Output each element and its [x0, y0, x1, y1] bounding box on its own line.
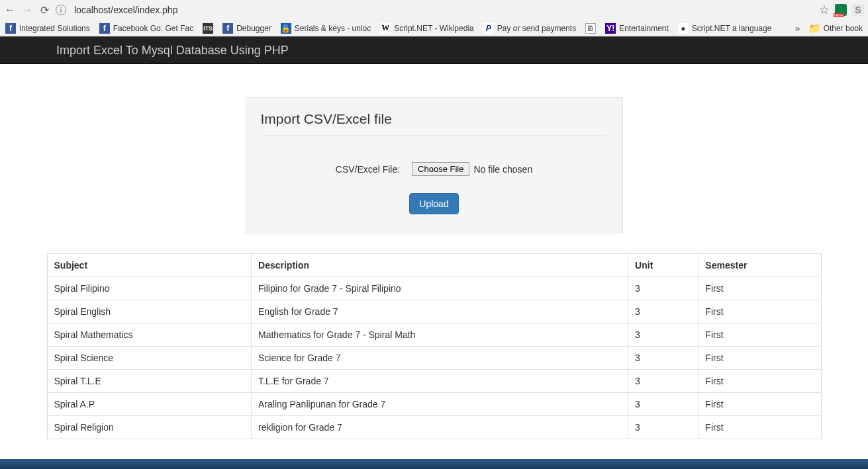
import-panel: Import CSV/Excel file CSV/Excel File: Ch…	[246, 97, 623, 234]
bookmark-favicon: ●	[678, 23, 689, 34]
bookmark-favicon: f	[5, 23, 16, 34]
forward-icon: →	[21, 4, 33, 16]
table-header: Subject	[47, 254, 252, 277]
table-cell: First	[699, 416, 821, 439]
file-row: CSV/Excel File: Choose File No file chos…	[261, 162, 608, 176]
table-row: Spiral FilipinoFilipino for Grade 7 - Sp…	[47, 277, 821, 300]
table-row: Spiral T.L.ET.L.E for Grade 73First	[47, 370, 821, 393]
bookmark-favicon: W	[380, 23, 391, 34]
table-cell: Science for Grade 7	[252, 347, 628, 370]
bookmark-item[interactable]: 🔒Serials & keys - unloc	[281, 23, 371, 34]
table-cell: First	[699, 300, 821, 323]
main-content: Import CSV/Excel file CSV/Excel File: Ch…	[0, 64, 868, 439]
file-input-wrap: Choose File No file chosen	[412, 162, 532, 176]
browser-chrome: ← → ⟳ i localhost/excel/index.php ☆ S fI…	[0, 0, 868, 36]
data-table: SubjectDescriptionUnitSemester Spiral Fi…	[47, 253, 822, 439]
table-cell: Spiral Mathematics	[47, 323, 252, 347]
data-table-wrap: SubjectDescriptionUnitSemester Spiral Fi…	[47, 253, 822, 439]
folder-icon: 📁	[810, 23, 820, 34]
table-cell: 3	[628, 277, 699, 300]
table-cell: Spiral Religion	[47, 416, 252, 439]
table-cell: English for Grade 7	[252, 300, 628, 323]
table-header: Description	[252, 254, 628, 277]
table-cell: First	[699, 347, 821, 370]
file-label: CSV/Excel File:	[336, 164, 400, 175]
table-cell: First	[699, 370, 821, 393]
bookmarks-overflow-icon[interactable]: »	[795, 23, 800, 34]
table-row: Spiral EnglishEnglish for Grade 73First	[47, 300, 821, 323]
page-title: Import Excel To Mysql Database Using PHP	[56, 44, 289, 58]
table-cell: Mathematics for Grade 7 - Spiral Math	[252, 323, 628, 347]
table-cell: Spiral A.P	[47, 393, 252, 416]
table-cell: Spiral T.L.E	[47, 370, 252, 393]
bookmark-favicon: f	[222, 23, 233, 34]
bookmark-item[interactable]: fDebugger	[222, 23, 271, 34]
reload-icon[interactable]: ⟳	[38, 4, 50, 16]
table-row: Spiral ScienceScience for Grade 73First	[47, 347, 821, 370]
address-bar-row: ← → ⟳ i localhost/excel/index.php ☆ S	[0, 0, 868, 20]
table-cell: 3	[628, 347, 699, 370]
no-file-text: No file chosen	[473, 164, 532, 175]
bookmark-favicon: f	[99, 23, 110, 34]
table-cell: 3	[628, 416, 699, 439]
panel-title: Import CSV/Excel file	[261, 111, 608, 136]
table-cell: rekligion for Grade 7	[252, 416, 628, 439]
bookmark-favicon: ITS	[203, 23, 213, 34]
table-cell: First	[699, 277, 821, 300]
skype-extension-icon[interactable]: S	[852, 4, 864, 16]
table-header: Semester	[699, 254, 821, 277]
bookmark-item[interactable]: Y!Entertainment	[605, 23, 669, 34]
url-text[interactable]: localhost/excel/index.php	[72, 5, 814, 15]
back-icon[interactable]: ←	[4, 4, 16, 16]
bookmark-favicon: 🔒	[281, 23, 291, 34]
bookmark-label: Serials & keys - unloc	[295, 24, 371, 33]
bookmark-star-icon[interactable]: ☆	[819, 3, 830, 17]
table-cell: Spiral Filipino	[47, 277, 252, 300]
upload-button[interactable]: Upload	[409, 193, 458, 214]
table-header: Unit	[628, 254, 699, 277]
bookmark-favicon: Y!	[605, 23, 616, 34]
bookmark-label: Debugger	[236, 24, 271, 33]
table-cell: T.L.E for Grade 7	[252, 370, 628, 393]
table-cell: 3	[628, 323, 699, 347]
bookmark-label: Integrated Solutions	[19, 24, 90, 33]
table-cell: 3	[628, 393, 699, 416]
choose-file-button[interactable]: Choose File	[412, 162, 469, 176]
table-cell: Spiral Science	[47, 347, 252, 370]
bookmark-label: Script.NET a language	[692, 24, 772, 33]
bookmark-favicon: 🗎	[585, 23, 596, 34]
table-row: Spiral A.PAraling Panlipunan for Grade 7…	[47, 393, 821, 416]
page-header: Import Excel To Mysql Database Using PHP	[0, 36, 868, 64]
table-cell: Araling Panlipunan for Grade 7	[252, 393, 628, 416]
bookmark-item[interactable]: WScript.NET - Wikipedia	[380, 23, 473, 34]
bookmarks-bar: fIntegrated SolutionsfFacebook Go: Get F…	[0, 20, 868, 36]
other-bookmarks[interactable]: 📁 Other book	[810, 23, 863, 34]
table-cell: First	[699, 393, 821, 416]
bookmark-label: Entertainment	[619, 24, 669, 33]
table-row: Spiral Religionrekligion for Grade 73Fir…	[47, 416, 821, 439]
table-row: Spiral MathematicsMathematics for Grade …	[47, 323, 821, 347]
table-cell: First	[699, 323, 821, 347]
bookmark-item[interactable]: fFacebook Go: Get Fac	[99, 23, 193, 34]
bookmark-item[interactable]: ITS	[203, 23, 213, 34]
bookmark-label: Script.NET - Wikipedia	[394, 24, 473, 33]
bookmark-item[interactable]: ●Script.NET a language	[678, 23, 772, 34]
table-cell: Filipino for Grade 7 - Spiral Filipino	[252, 277, 628, 300]
bookmark-favicon: P	[483, 23, 494, 34]
bookmark-item[interactable]: fIntegrated Solutions	[5, 23, 90, 34]
table-cell: 3	[628, 370, 699, 393]
bookmark-item[interactable]: PPay or send payments	[483, 23, 576, 34]
extension-icon[interactable]	[835, 4, 847, 16]
bookmark-item[interactable]: 🗎	[585, 23, 596, 34]
table-cell: Spiral English	[47, 300, 252, 323]
bookmark-label: Pay or send payments	[497, 24, 576, 33]
site-info-icon[interactable]: i	[56, 5, 66, 15]
table-cell: 3	[628, 300, 699, 323]
other-bookmarks-label: Other book	[824, 24, 863, 33]
bookmark-label: Facebook Go: Get Fac	[113, 24, 193, 33]
